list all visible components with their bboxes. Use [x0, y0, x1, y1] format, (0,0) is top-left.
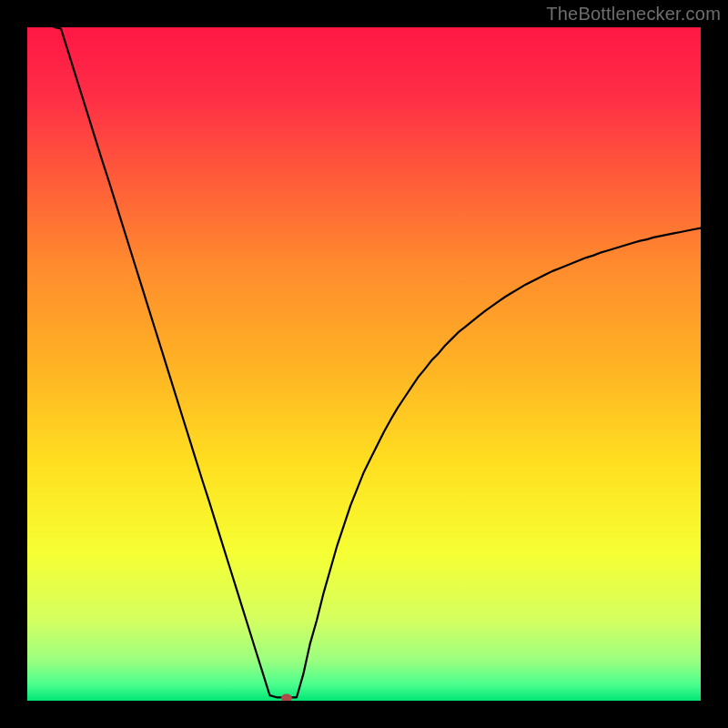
- plot-area: [27, 27, 701, 701]
- gradient-background: [27, 27, 701, 701]
- chart-svg: [27, 27, 701, 701]
- watermark-text: TheBottlenecker.com: [546, 4, 721, 25]
- outer-frame: TheBottlenecker.com: [0, 0, 728, 728]
